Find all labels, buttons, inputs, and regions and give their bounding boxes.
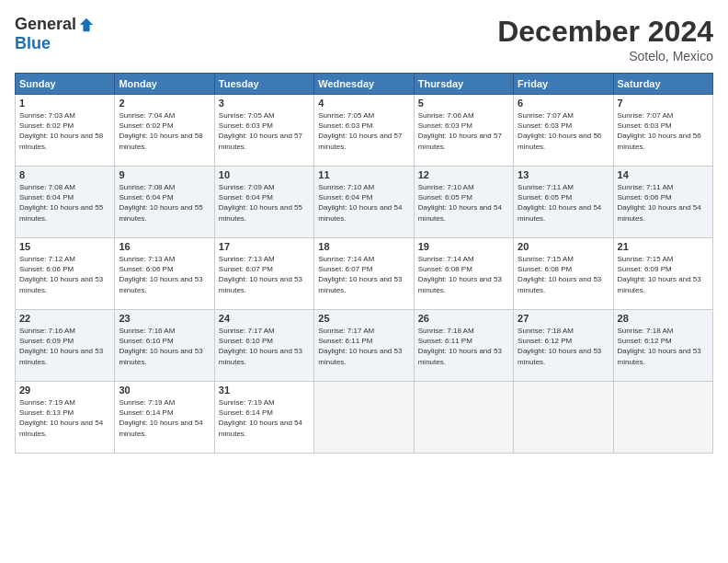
day-number: 17 bbox=[219, 241, 310, 252]
calendar-cell: 2 Sunrise: 7:04 AM Sunset: 6:02 PM Dayli… bbox=[115, 95, 214, 167]
daylight-label: Daylight: 10 hours and 53 minutes. bbox=[318, 275, 402, 293]
sunrise-label: Sunrise: 7:14 AM bbox=[318, 255, 374, 263]
calendar-week-row: 22 Sunrise: 7:16 AM Sunset: 6:09 PM Dayl… bbox=[16, 310, 713, 382]
sunset-label: Sunset: 6:07 PM bbox=[318, 265, 372, 273]
sunrise-label: Sunrise: 7:11 AM bbox=[518, 183, 574, 191]
daylight-label: Daylight: 10 hours and 56 minutes. bbox=[618, 132, 701, 150]
sunrise-label: Sunrise: 7:10 AM bbox=[318, 183, 374, 191]
daylight-label: Daylight: 10 hours and 53 minutes. bbox=[119, 347, 202, 365]
daylight-label: Daylight: 10 hours and 54 minutes. bbox=[119, 419, 202, 437]
sunrise-label: Sunrise: 7:07 AM bbox=[518, 111, 574, 120]
header-thursday: Thursday bbox=[414, 74, 513, 95]
day-info: Sunrise: 7:09 AM Sunset: 6:04 PM Dayligh… bbox=[219, 182, 310, 224]
sunset-label: Sunset: 6:04 PM bbox=[318, 193, 372, 201]
day-number: 14 bbox=[618, 169, 709, 180]
sunrise-label: Sunrise: 7:14 AM bbox=[418, 255, 474, 263]
daylight-label: Daylight: 10 hours and 56 minutes. bbox=[518, 132, 601, 150]
sunset-label: Sunset: 6:11 PM bbox=[418, 337, 472, 345]
day-number: 18 bbox=[318, 241, 409, 252]
daylight-label: Daylight: 10 hours and 55 minutes. bbox=[219, 203, 302, 222]
sunset-label: Sunset: 6:03 PM bbox=[618, 121, 672, 130]
day-info: Sunrise: 7:04 AM Sunset: 6:02 PM Dayligh… bbox=[119, 110, 210, 152]
daylight-label: Daylight: 10 hours and 58 minutes. bbox=[19, 132, 103, 150]
daylight-label: Daylight: 10 hours and 53 minutes. bbox=[418, 347, 502, 365]
day-info: Sunrise: 7:03 AM Sunset: 6:02 PM Dayligh… bbox=[19, 110, 110, 152]
calendar-header-row: Sunday Monday Tuesday Wednesday Thursday… bbox=[16, 74, 713, 95]
sunset-label: Sunset: 6:02 PM bbox=[119, 121, 173, 130]
day-number: 20 bbox=[518, 241, 609, 252]
calendar-cell: 18 Sunrise: 7:14 AM Sunset: 6:07 PM Dayl… bbox=[314, 238, 414, 310]
header-sunday: Sunday bbox=[16, 74, 115, 95]
calendar-cell: 3 Sunrise: 7:05 AM Sunset: 6:03 PM Dayli… bbox=[214, 95, 313, 167]
sunrise-label: Sunrise: 7:18 AM bbox=[418, 327, 474, 335]
calendar-cell: 5 Sunrise: 7:06 AM Sunset: 6:03 PM Dayli… bbox=[414, 95, 513, 167]
calendar-cell bbox=[613, 382, 712, 454]
sunrise-label: Sunrise: 7:18 AM bbox=[518, 327, 574, 335]
sunset-label: Sunset: 6:08 PM bbox=[418, 265, 472, 273]
sunset-label: Sunset: 6:06 PM bbox=[19, 265, 74, 273]
sunset-label: Sunset: 6:08 PM bbox=[518, 265, 572, 273]
calendar-cell: 27 Sunrise: 7:18 AM Sunset: 6:12 PM Dayl… bbox=[514, 310, 613, 382]
daylight-label: Daylight: 10 hours and 57 minutes. bbox=[418, 132, 502, 150]
sunset-label: Sunset: 6:14 PM bbox=[219, 408, 273, 417]
day-info: Sunrise: 7:11 AM Sunset: 6:06 PM Dayligh… bbox=[618, 182, 709, 224]
day-info: Sunrise: 7:13 AM Sunset: 6:06 PM Dayligh… bbox=[119, 254, 210, 295]
sunset-label: Sunset: 6:10 PM bbox=[119, 337, 173, 345]
daylight-label: Daylight: 10 hours and 53 minutes. bbox=[418, 275, 502, 293]
day-info: Sunrise: 7:10 AM Sunset: 6:05 PM Dayligh… bbox=[418, 182, 509, 224]
day-info: Sunrise: 7:19 AM Sunset: 6:14 PM Dayligh… bbox=[119, 397, 210, 439]
calendar-week-row: 29 Sunrise: 7:19 AM Sunset: 6:13 PM Dayl… bbox=[16, 382, 713, 454]
calendar-cell bbox=[314, 382, 414, 454]
calendar-cell bbox=[514, 382, 613, 454]
month-title: December 2024 bbox=[497, 15, 713, 49]
calendar-cell: 7 Sunrise: 7:07 AM Sunset: 6:03 PM Dayli… bbox=[613, 95, 712, 167]
header-friday: Friday bbox=[514, 74, 613, 95]
day-number: 15 bbox=[19, 241, 110, 252]
daylight-label: Daylight: 10 hours and 55 minutes. bbox=[19, 203, 103, 222]
day-number: 19 bbox=[418, 241, 509, 252]
header-wednesday: Wednesday bbox=[314, 74, 414, 95]
calendar-cell: 28 Sunrise: 7:18 AM Sunset: 6:12 PM Dayl… bbox=[613, 310, 712, 382]
sunset-label: Sunset: 6:06 PM bbox=[119, 265, 173, 273]
calendar-cell: 17 Sunrise: 7:13 AM Sunset: 6:07 PM Dayl… bbox=[214, 238, 313, 310]
calendar-cell: 9 Sunrise: 7:08 AM Sunset: 6:04 PM Dayli… bbox=[115, 167, 214, 238]
daylight-label: Daylight: 10 hours and 58 minutes. bbox=[119, 132, 202, 150]
sunset-label: Sunset: 6:03 PM bbox=[219, 121, 273, 130]
location: Sotelo, Mexico bbox=[497, 49, 713, 63]
sunrise-label: Sunrise: 7:05 AM bbox=[219, 111, 275, 120]
calendar-cell: 26 Sunrise: 7:18 AM Sunset: 6:11 PM Dayl… bbox=[414, 310, 513, 382]
calendar-cell: 19 Sunrise: 7:14 AM Sunset: 6:08 PM Dayl… bbox=[414, 238, 513, 310]
day-info: Sunrise: 7:17 AM Sunset: 6:11 PM Dayligh… bbox=[318, 326, 409, 367]
logo-general-text: General bbox=[15, 15, 76, 34]
calendar-table: Sunday Monday Tuesday Wednesday Thursday… bbox=[15, 73, 713, 454]
daylight-label: Daylight: 10 hours and 53 minutes. bbox=[19, 347, 103, 365]
sunset-label: Sunset: 6:12 PM bbox=[518, 337, 572, 345]
sunset-label: Sunset: 6:07 PM bbox=[219, 265, 273, 273]
day-number: 31 bbox=[219, 385, 310, 396]
day-number: 24 bbox=[219, 313, 310, 324]
sunset-label: Sunset: 6:09 PM bbox=[19, 337, 74, 345]
calendar-week-row: 1 Sunrise: 7:03 AM Sunset: 6:02 PM Dayli… bbox=[16, 95, 713, 167]
calendar-cell: 8 Sunrise: 7:08 AM Sunset: 6:04 PM Dayli… bbox=[16, 167, 115, 238]
day-number: 13 bbox=[518, 169, 609, 180]
day-info: Sunrise: 7:19 AM Sunset: 6:13 PM Dayligh… bbox=[19, 397, 110, 439]
calendar-cell: 14 Sunrise: 7:11 AM Sunset: 6:06 PM Dayl… bbox=[613, 167, 712, 238]
day-info: Sunrise: 7:10 AM Sunset: 6:04 PM Dayligh… bbox=[318, 182, 409, 224]
day-info: Sunrise: 7:07 AM Sunset: 6:03 PM Dayligh… bbox=[618, 110, 709, 152]
sunrise-label: Sunrise: 7:07 AM bbox=[618, 111, 674, 120]
day-info: Sunrise: 7:08 AM Sunset: 6:04 PM Dayligh… bbox=[119, 182, 210, 224]
calendar-cell: 11 Sunrise: 7:10 AM Sunset: 6:04 PM Dayl… bbox=[314, 167, 414, 238]
day-number: 23 bbox=[119, 313, 210, 324]
daylight-label: Daylight: 10 hours and 54 minutes. bbox=[418, 203, 502, 222]
sunrise-label: Sunrise: 7:19 AM bbox=[219, 398, 275, 407]
calendar-cell: 30 Sunrise: 7:19 AM Sunset: 6:14 PM Dayl… bbox=[115, 382, 214, 454]
day-number: 28 bbox=[618, 313, 709, 324]
logo-icon bbox=[78, 17, 95, 33]
day-info: Sunrise: 7:13 AM Sunset: 6:07 PM Dayligh… bbox=[219, 254, 310, 295]
logo: General Blue bbox=[15, 15, 95, 53]
day-info: Sunrise: 7:17 AM Sunset: 6:10 PM Dayligh… bbox=[219, 326, 310, 367]
day-number: 27 bbox=[518, 313, 609, 324]
day-number: 8 bbox=[19, 169, 110, 180]
sunrise-label: Sunrise: 7:13 AM bbox=[119, 255, 175, 263]
daylight-label: Daylight: 10 hours and 53 minutes. bbox=[518, 347, 601, 365]
